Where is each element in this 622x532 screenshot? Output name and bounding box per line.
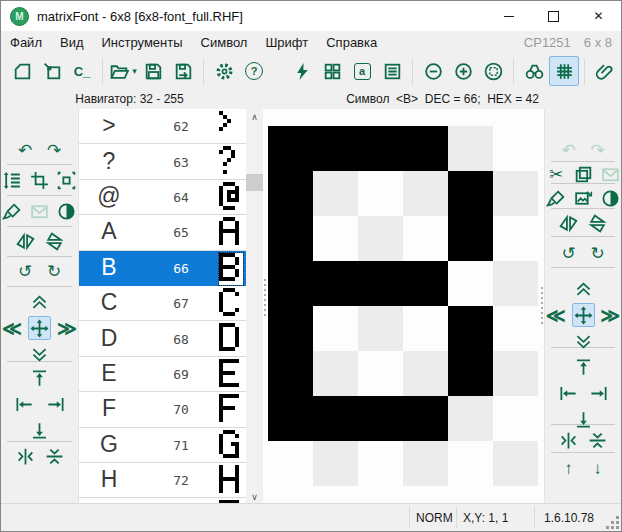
char-row-68[interactable]: D68 — [79, 321, 246, 356]
char-row-67[interactable]: C67 — [79, 286, 246, 321]
pixel-cell[interactable] — [313, 351, 358, 396]
splitter-handle-left[interactable] — [263, 279, 266, 317]
collapse-v-button[interactable] — [42, 445, 66, 467]
maximize-button[interactable] — [531, 1, 576, 31]
pixel-cell[interactable] — [313, 441, 358, 486]
attachment-button[interactable] — [590, 56, 620, 86]
help-button[interactable]: ? — [239, 56, 269, 86]
new-font-button[interactable] — [7, 56, 37, 86]
char-row-71[interactable]: G71 — [79, 428, 246, 463]
pixel-cell[interactable] — [313, 261, 358, 306]
pixel-cell[interactable] — [403, 306, 448, 351]
flip-v-button[interactable] — [586, 212, 610, 234]
open-font-button[interactable]: ▾ — [108, 56, 138, 86]
pixel-cell[interactable] — [448, 441, 493, 486]
pixel-cell[interactable] — [493, 396, 538, 441]
pixel-cell[interactable] — [448, 261, 493, 306]
pixel-cell[interactable] — [268, 396, 313, 441]
pixel-cell[interactable] — [313, 216, 358, 261]
settings-button[interactable] — [209, 56, 239, 86]
char-row-63[interactable]: ?63 — [79, 144, 246, 179]
import-font-button[interactable] — [37, 56, 67, 86]
pixel-cell[interactable] — [493, 216, 538, 261]
pixel-cell[interactable] — [448, 396, 493, 441]
move-button[interactable] — [572, 303, 595, 327]
scroll-up-icon[interactable]: ∧ — [246, 109, 263, 124]
zoom-out-button[interactable] — [418, 56, 448, 86]
copy-button[interactable] — [572, 163, 594, 185]
char-map-button[interactable]: a — [347, 56, 377, 86]
rotate-cw-button[interactable]: ↻ — [586, 242, 610, 264]
pixel-cell[interactable] — [493, 126, 538, 171]
collapse-h-button[interactable] — [13, 445, 37, 467]
shift-up-button[interactable] — [28, 290, 52, 312]
menu-item-шрифт[interactable]: Шрифт — [256, 31, 317, 53]
pixel-cell[interactable] — [268, 306, 313, 351]
undo-button[interactable]: ↶ — [13, 139, 37, 161]
dropdown-caret-icon[interactable]: ▾ — [132, 66, 137, 76]
optimize-button[interactable] — [287, 56, 317, 86]
char-row-69[interactable]: E69 — [79, 357, 246, 392]
shift-right-button[interactable]: ≫ — [600, 304, 622, 326]
undo-button[interactable]: ↶ — [557, 139, 581, 161]
char-row-65[interactable]: A65 — [79, 215, 246, 250]
cut-button[interactable]: ✂ — [545, 163, 567, 185]
rotate-cw-button[interactable]: ↻ — [42, 260, 66, 282]
pixel-cell[interactable] — [403, 261, 448, 306]
code-list-button[interactable] — [377, 56, 407, 86]
shift-down-button[interactable] — [571, 331, 595, 353]
rotate-ccw-button[interactable]: ↺ — [557, 242, 581, 264]
pixel-cell[interactable] — [358, 126, 403, 171]
menu-item-файл[interactable]: Файл — [1, 31, 51, 53]
pixel-cell[interactable] — [313, 126, 358, 171]
pixel-cell[interactable] — [358, 306, 403, 351]
pixel-cell[interactable] — [448, 306, 493, 351]
resize-button[interactable] — [56, 169, 78, 191]
flip-v-button[interactable] — [42, 230, 66, 252]
crop-button[interactable] — [28, 169, 50, 191]
pixel-cell[interactable] — [358, 396, 403, 441]
new-from-code-button[interactable]: C_ — [67, 56, 97, 86]
save-font-button[interactable] — [138, 56, 168, 86]
char-row-72[interactable]: H72 — [79, 463, 246, 498]
pixel-cell[interactable] — [358, 261, 403, 306]
paste-button[interactable] — [28, 200, 50, 222]
pixel-cell[interactable] — [358, 216, 403, 261]
char-row-62[interactable]: >62 — [79, 109, 246, 144]
brush-button[interactable] — [545, 187, 567, 209]
pixel-cell[interactable] — [448, 126, 493, 171]
pixel-cell[interactable] — [493, 171, 538, 216]
snap-bottom-button[interactable] — [28, 419, 52, 441]
pixel-cell[interactable] — [268, 126, 313, 171]
pixel-cell[interactable] — [448, 171, 493, 216]
zoom-in-button[interactable] — [448, 56, 478, 86]
char-row-64[interactable]: @64 — [79, 180, 246, 215]
menu-item-символ[interactable]: Символ — [192, 31, 257, 53]
pixel-cell[interactable] — [268, 351, 313, 396]
pixel-cell[interactable] — [268, 216, 313, 261]
move-button[interactable] — [28, 316, 51, 340]
toggle-grid-button[interactable] — [549, 56, 579, 86]
pixel-cell[interactable] — [448, 351, 493, 396]
collapse-v-button[interactable] — [586, 429, 610, 451]
menu-item-справка[interactable]: Справка — [317, 31, 386, 53]
char-up-button[interactable]: ↑ — [557, 457, 581, 479]
rotate-ccw-button[interactable]: ↺ — [13, 260, 37, 282]
scroll-down-icon[interactable]: ∨ — [246, 489, 263, 504]
char-row-70[interactable]: F70 — [79, 392, 246, 427]
preview-all-button[interactable] — [317, 56, 347, 86]
pixel-cell[interactable] — [403, 126, 448, 171]
pixel-cell[interactable] — [403, 396, 448, 441]
shift-left-button[interactable]: ≪ — [1, 317, 23, 339]
image-import-button[interactable] — [572, 187, 594, 209]
menu-item-инструменты[interactable]: Инструменты — [93, 31, 192, 53]
shift-up-button[interactable] — [571, 277, 595, 299]
row-height-button[interactable] — [1, 169, 23, 191]
redo-button[interactable]: ↷ — [42, 139, 66, 161]
brush-button[interactable] — [1, 200, 23, 222]
char-row-66[interactable]: B66 — [79, 251, 246, 286]
pixel-cell[interactable] — [313, 171, 358, 216]
snap-right-button[interactable] — [43, 393, 67, 415]
pixel-cell[interactable] — [493, 441, 538, 486]
shift-right-button[interactable]: ≫ — [56, 317, 78, 339]
